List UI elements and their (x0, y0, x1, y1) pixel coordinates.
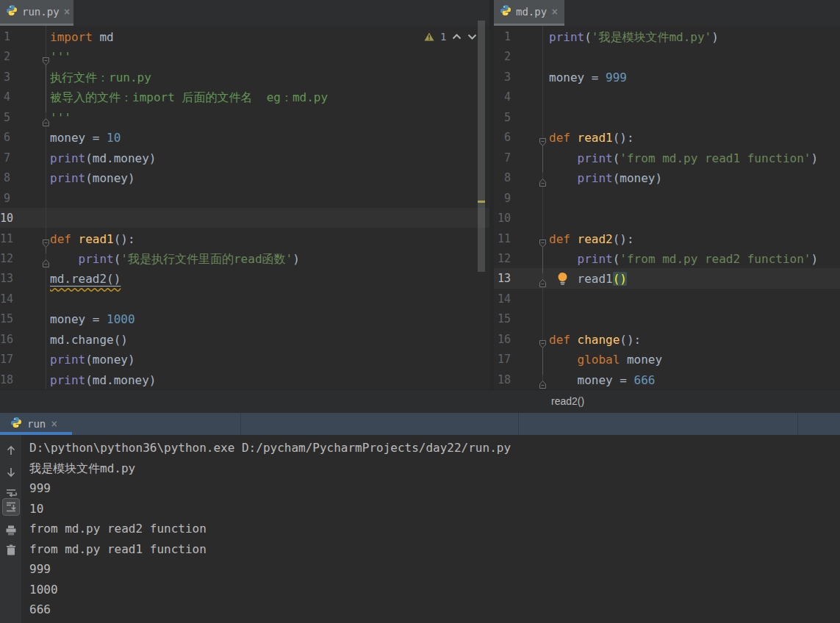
fold-end-icon[interactable] (539, 375, 547, 385)
fold-end-icon[interactable] (539, 274, 547, 284)
chevron-up-icon[interactable] (452, 34, 462, 40)
line-number: 13 (0, 269, 10, 289)
line-number: 4 (0, 87, 10, 107)
code-line[interactable]: 12 print('from md.py read2 function') (494, 249, 840, 269)
code-line[interactable]: 2''' (0, 47, 489, 67)
code-line[interactable]: 10 (494, 209, 840, 228)
code-line[interactable]: 6def read1(): (494, 128, 840, 148)
line-number: 9 (494, 189, 511, 209)
code-line[interactable]: 5''' (0, 108, 489, 128)
code-line[interactable]: 9 (0, 189, 489, 209)
fold-end-icon[interactable] (42, 254, 50, 264)
right-editor-tabstrip: md.py × (494, 0, 840, 26)
code-line[interactable]: 18 money = 666 (494, 370, 840, 389)
close-icon[interactable]: × (51, 419, 57, 430)
fold-collapse-icon[interactable] (42, 52, 50, 62)
line-number: 6 (0, 128, 10, 148)
code-line[interactable]: 8print(money) (0, 168, 489, 188)
line-number: 9 (0, 189, 10, 209)
editor-md-py[interactable]: 1print('我是模块文件md.py')23money = 999456def… (494, 26, 840, 389)
breadcrumb-scope[interactable]: read2() (551, 390, 584, 413)
fold-end-icon[interactable] (42, 113, 50, 123)
console-line: 999 (29, 478, 51, 499)
code-text: print('我是执行文件里面的read函数') (50, 249, 300, 269)
code-line[interactable]: 7 print('from md.py read1 function') (494, 148, 840, 168)
scroll-to-end-icon[interactable] (2, 498, 20, 516)
code-line[interactable]: 17 global money (494, 350, 840, 370)
code-line[interactable]: 16md.change() (0, 330, 489, 350)
line-number: 17 (0, 350, 10, 370)
line-number: 8 (494, 168, 511, 188)
code-line[interactable]: 14 (494, 289, 840, 309)
editor-scrollbar-thumb[interactable] (478, 21, 485, 272)
scrollbar-warning-mark[interactable] (478, 201, 485, 203)
code-line[interactable]: 8 print(money) (494, 168, 840, 188)
run-console[interactable]: D:\python\python36\python.exe D:/pycham/… (0, 435, 840, 623)
header-separator (240, 413, 241, 435)
code-line[interactable]: 16def change(): (494, 330, 840, 350)
fold-collapse-icon[interactable] (42, 234, 50, 244)
code-line[interactable]: 3money = 999 (494, 68, 840, 87)
line-number: 10 (494, 209, 511, 228)
code-line[interactable]: 11def read2(): (494, 229, 840, 249)
code-line[interactable]: 5 (494, 108, 840, 128)
line-number: 16 (0, 330, 10, 350)
clear-all-icon[interactable] (2, 541, 20, 559)
print-icon[interactable] (2, 522, 20, 539)
line-number: 13 (494, 269, 511, 289)
code-line[interactable]: 1import md (0, 27, 489, 47)
line-number: 14 (0, 289, 10, 309)
editor-run-py[interactable]: 1import md2'''3执行文件：run.py4被导入的文件：import… (0, 26, 489, 389)
code-line[interactable]: 15money = 1000 (0, 309, 489, 329)
fold-collapse-icon[interactable] (539, 133, 547, 143)
line-number: 12 (494, 249, 511, 269)
console-line: from md.py read2 function (29, 519, 207, 539)
code-line[interactable]: 13md.read2() (0, 269, 489, 289)
header-separator (518, 413, 519, 435)
code-text: print(md.money) (50, 148, 157, 168)
code-line[interactable]: 7print(md.money) (0, 148, 489, 168)
code-line[interactable]: 13 read1() (494, 269, 840, 289)
code-line[interactable]: 3执行文件：run.py (0, 68, 489, 87)
chevron-down-icon[interactable] (467, 34, 477, 40)
code-text: money = 10 (50, 128, 121, 148)
code-text: 被导入的文件：import 后面的文件名 eg：md.py (50, 87, 328, 107)
close-icon[interactable]: × (64, 7, 71, 18)
code-line[interactable]: 4 (494, 87, 840, 107)
code-line[interactable]: 6money = 10 (0, 128, 489, 148)
tab-md-py[interactable]: md.py × (494, 0, 564, 24)
code-line[interactable]: 18print(md.money) (0, 370, 489, 389)
line-number: 1 (494, 27, 511, 47)
code-line[interactable]: 4被导入的文件：import 后面的文件名 eg：md.py (0, 87, 489, 107)
code-line[interactable]: 10 (0, 209, 489, 228)
close-icon[interactable]: × (551, 7, 558, 18)
fold-end-icon[interactable] (539, 173, 547, 183)
line-number: 4 (494, 87, 511, 107)
code-text: md.change() (50, 330, 128, 350)
run-toolwindow-header: run × (0, 413, 840, 435)
line-number: 7 (0, 148, 10, 168)
code-line[interactable]: 1print('我是模块文件md.py') (494, 27, 840, 47)
code-line[interactable]: 11def read1(): (0, 229, 489, 249)
code-line[interactable]: 15 (494, 309, 840, 329)
fold-collapse-icon[interactable] (539, 335, 547, 345)
down-arrow-icon[interactable] (2, 464, 20, 481)
code-line[interactable]: 14 (0, 289, 489, 309)
code-text: print(money) (549, 168, 662, 188)
code-text: print('from md.py read2 function') (549, 249, 818, 269)
line-number: 12 (0, 249, 10, 269)
line-number: 18 (494, 370, 511, 389)
code-line[interactable]: 2 (494, 47, 840, 67)
fold-collapse-icon[interactable] (539, 234, 547, 244)
code-line[interactable]: 9 (494, 189, 840, 209)
up-arrow-icon[interactable] (2, 442, 20, 459)
line-number: 3 (0, 68, 10, 87)
line-number: 5 (0, 108, 10, 128)
line-number: 17 (494, 350, 511, 370)
code-line[interactable]: 17print(money) (0, 350, 489, 370)
console-line: 999 (29, 559, 51, 580)
tab-run-py[interactable]: run.py × (0, 0, 73, 24)
code-line[interactable]: 12 print('我是执行文件里面的read函数') (0, 249, 489, 269)
python-file-icon (500, 4, 511, 19)
code-text: import md (50, 27, 114, 47)
